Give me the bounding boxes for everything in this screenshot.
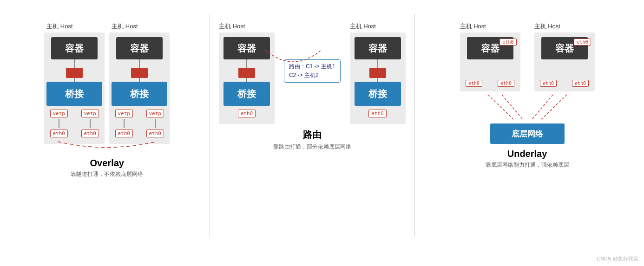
connector-line <box>74 59 75 68</box>
underlay-desc: 靠底层网络能力打通，强依赖底层 <box>486 161 569 169</box>
underlay-eth0-container1: eth0 <box>499 37 516 45</box>
host1-label: 主机 Host <box>46 22 72 31</box>
bridge-block: 桥接 <box>46 82 102 106</box>
underlay-eth0-container2: eth0 <box>574 37 591 45</box>
underlay-host1-label: 主机 Host <box>460 22 486 31</box>
vetp-tag1: vetp <box>50 110 68 117</box>
routing-host1-label: 主机 Host <box>219 22 245 31</box>
svg-line-2 <box>532 95 553 119</box>
eth0-tag4: eth0 <box>146 130 164 137</box>
routing-lines-svg <box>256 45 330 83</box>
r-line4 <box>377 78 378 82</box>
svg-line-3 <box>541 95 567 119</box>
overlay-desc: 靠隧道打通，不依赖底层网络 <box>71 170 143 178</box>
line3 <box>124 119 125 128</box>
routing-container2: 容器 <box>355 37 401 59</box>
routing-red2 <box>369 68 386 78</box>
r-line3 <box>377 59 378 68</box>
routing-desc: 靠路由打通，部分依赖底层网络 <box>273 143 351 151</box>
overlay-title: Overlay <box>90 158 124 169</box>
overlay-section: 主机 Host 容器 桥接 vetp eth0 <box>5 9 210 178</box>
routing-host2: 主机 Host 容器 桥接 eth0 <box>350 22 406 124</box>
underlay-lines-svg <box>453 94 602 122</box>
red-interface <box>66 68 83 78</box>
overlay-host2: 主机 Host 容器 桥接 vetp eth0 <box>112 22 167 144</box>
underlay-section: 主机 Host 容器 eth0 eth0 <box>415 9 639 169</box>
r-line2 <box>246 78 247 82</box>
red-interface2 <box>131 68 148 78</box>
routing-title: 路由 <box>303 129 322 141</box>
route-info-col: 路由：C1 -> 主机1 C2 -> 主机2 <box>284 22 341 83</box>
eth0-tag2: eth0 <box>81 130 99 137</box>
underlay-title: Underlay <box>507 149 547 159</box>
line <box>59 119 59 128</box>
routing-eth0-tag2: eth0 <box>368 110 387 117</box>
connector-line4 <box>139 78 140 82</box>
vetp-tag4: vetp <box>146 110 164 117</box>
eth0-tag3: eth0 <box>115 130 133 137</box>
vetp-tag3: vetp <box>115 110 133 117</box>
underlay-host1: 主机 Host 容器 eth0 eth0 <box>460 22 520 91</box>
container-block2: 容器 <box>116 37 163 59</box>
r-line1 <box>246 59 247 68</box>
underlay-host2: 主机 Host 容器 eth0 eth0 <box>534 22 595 91</box>
watermark: CSDN @执行联实 <box>597 255 638 262</box>
ul-eth0-2b: eth0 <box>572 80 589 87</box>
underlay-network-area: 底层网络 <box>453 94 602 144</box>
ul-eth0-2a: eth0 <box>540 80 557 87</box>
routing-bridge2: 桥接 <box>355 82 401 106</box>
routing-section: 主机 Host 容器 桥接 eth0 <box>210 9 415 151</box>
host2-label: 主机 Host <box>112 22 138 31</box>
ul-eth0-1b: eth0 <box>498 80 514 87</box>
bridge-block2: 桥接 <box>112 82 167 106</box>
main-container: 主机 Host 容器 桥接 vetp eth0 <box>0 0 644 266</box>
bottom-network-block: 底层网络 <box>490 123 565 144</box>
ul-eth0-c2: eth0 <box>574 39 591 45</box>
ul-eth0-c1: eth0 <box>499 39 516 45</box>
vetp-tag2: vetp <box>81 110 99 117</box>
line2 <box>90 119 91 128</box>
overlay-curve-svg <box>8 139 206 153</box>
connector-line3 <box>139 59 140 68</box>
routing-host2-label: 主机 Host <box>350 22 376 31</box>
routing-eth0-tag1: eth0 <box>238 110 256 117</box>
routing-bridge1: 桥接 <box>223 82 270 106</box>
eth0-tag1: eth0 <box>50 130 68 137</box>
underlay-host2-label: 主机 Host <box>534 22 560 31</box>
container-block: 容器 <box>51 37 98 59</box>
svg-line-1 <box>502 95 523 119</box>
ul-eth0-1a: eth0 <box>466 80 482 87</box>
svg-line-0 <box>488 95 513 119</box>
line4 <box>155 119 156 128</box>
overlay-host1: 主机 Host 容器 桥接 vetp eth0 <box>46 22 102 144</box>
connector-line2 <box>74 78 75 82</box>
routing-red1 <box>238 68 255 78</box>
